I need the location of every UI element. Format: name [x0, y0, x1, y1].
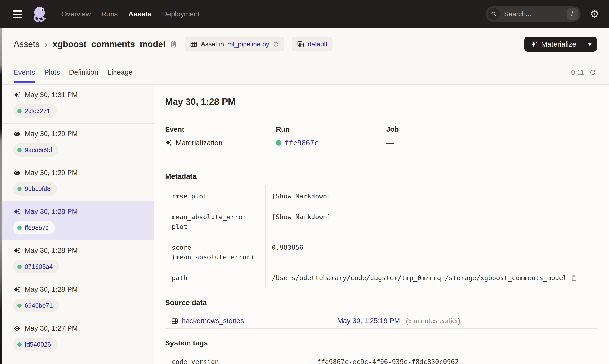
event-list-item[interactable]: May 30, 1:27 PM fd540026 [0, 318, 154, 357]
run-id-link[interactable]: 6940be71 [25, 302, 53, 309]
materialization-icon [165, 139, 172, 146]
run-badge[interactable]: 2cfc3271 [13, 104, 57, 118]
asset-in-label: Asset in [201, 41, 224, 48]
table-row: path /Users/odetteharary/code/dagster/tm… [165, 268, 597, 288]
run-badge[interactable]: fd540026 [13, 338, 57, 351]
search-icon [488, 8, 500, 20]
metadata-key: score (mean_absolute_error) [165, 237, 265, 268]
metadata-key-line1: score [172, 243, 259, 253]
event-list-sidebar: May 30, 1:31 PM 2cfc3271 May 30, 1:29 PM [0, 85, 154, 364]
metadata-key: path [165, 268, 265, 288]
system-tags-table: code_version ffe9867c-ec9c-4f06-939c-f8d… [165, 353, 597, 364]
breadcrumb-assets-link[interactable]: Assets [14, 39, 40, 49]
source-materialization-time-link[interactable]: May 30, 1:25:19 PM [337, 317, 400, 325]
dagster-logo[interactable] [32, 5, 50, 23]
table-row: rmse plot [Show Markdown] [165, 186, 597, 207]
search-shortcut-key: / [567, 8, 578, 20]
metadata-value: 0.983856 [265, 237, 584, 268]
show-markdown-link[interactable]: Show Markdown [276, 213, 327, 221]
materialize-button[interactable]: Materialize [524, 37, 583, 52]
system-tag-key: code_version [165, 353, 311, 364]
page-title: xgboost_comments_model [53, 39, 165, 49]
divider [165, 119, 597, 119]
run-id-link[interactable]: 2cfc3271 [25, 107, 50, 115]
run-badge[interactable]: 9aca6c9d [13, 143, 58, 157]
run-status-dot [276, 140, 281, 145]
event-list-item[interactable]: May 30, 1:31 PM 2cfc3271 [0, 85, 154, 124]
run-status-dot [17, 148, 22, 152]
copy-asset-name-icon[interactable] [170, 40, 178, 48]
window-edge-strip [0, 28, 2, 364]
nav-overview[interactable]: Overview [61, 10, 91, 18]
breadcrumb-row: Assets › xgboost_comments_model Asset in… [0, 28, 609, 60]
event-column-label: Event [165, 125, 276, 133]
source-asset-link[interactable]: hackernews_stories [182, 317, 244, 325]
show-markdown-link[interactable]: Show Markdown [276, 192, 327, 200]
primary-nav: Overview Runs Assets Deployment [61, 10, 199, 18]
event-list-item[interactable]: May 30, 1:29 PM 9ebc9fd8 [0, 162, 154, 201]
tab-definition[interactable]: Definition [69, 60, 98, 84]
copy-path-icon[interactable] [571, 274, 578, 281]
run-id-link[interactable]: ffe9867c [25, 224, 49, 232]
tab-lineage[interactable]: Lineage [108, 60, 132, 84]
repo-badge[interactable]: default [292, 37, 332, 52]
run-status-dot [17, 109, 22, 113]
event-timestamp: May 30, 1:29 PM [25, 169, 78, 177]
event-list-item[interactable]: May 30, 1:29 PM 9aca6c9d [0, 124, 154, 162]
tab-plots[interactable]: Plots [44, 60, 60, 84]
nav-runs[interactable]: Runs [101, 10, 118, 18]
run-badge[interactable]: 6940be71 [13, 299, 59, 312]
event-timestamp: May 30, 1:27 PM [25, 324, 78, 332]
refresh-icon[interactable] [589, 69, 596, 76]
hamburger-menu-icon[interactable] [13, 10, 23, 18]
refresh-countdown: 0:11 [571, 68, 584, 76]
asset-tabs-row: Events Plots Definition Lineage 0:11 [0, 60, 609, 85]
search-input[interactable] [504, 10, 555, 18]
run-badge[interactable]: 9ebc9fd8 [13, 182, 57, 195]
materialization-icon [13, 286, 21, 293]
pipeline-file-link[interactable]: ml_pipeline.py [228, 41, 269, 48]
metadata-heading: Metadata [165, 172, 597, 181]
event-list-item[interactable]: May 30, 1:28 PM 6940be71 [0, 279, 154, 318]
materialize-split-button: Materialize ▾ [524, 37, 597, 52]
metadata-key-line2: (mean_absolute_error) [172, 252, 259, 262]
run-badge[interactable]: 071605a4 [13, 260, 59, 273]
global-search[interactable]: / [486, 6, 581, 22]
event-list-item-selected[interactable]: May 30, 1:28 PM ffe9867c [0, 201, 154, 240]
reload-icon[interactable] [273, 41, 279, 48]
run-id-link[interactable]: 071605a4 [25, 263, 53, 271]
nav-assets[interactable]: Assets [128, 10, 152, 18]
run-id-link[interactable]: fd540026 [25, 341, 51, 348]
event-detail-title: May 30, 1:28 PM [165, 97, 597, 107]
system-tag-value: ffe9867c-ec9c-4f06-939c-f8dc830c0962 [311, 353, 597, 364]
run-id-link[interactable]: 9ebc9fd8 [25, 185, 51, 193]
materialize-dropdown-button[interactable]: ▾ [583, 37, 597, 52]
run-id-link[interactable]: 9aca6c9d [25, 146, 52, 154]
job-empty-value: — [386, 139, 394, 147]
event-list-item[interactable]: May 30, 1:28 PM 071605a4 [0, 240, 154, 279]
event-timestamp: May 30, 1:29 PM [25, 130, 78, 138]
storage-path-link[interactable]: /Users/odetteharary/code/dagster/tmp_0mz… [272, 273, 567, 283]
observation-eye-icon [13, 325, 21, 332]
observation-eye-icon [13, 169, 21, 177]
repo-default-link[interactable]: default [308, 41, 327, 48]
table-row: mean_absolute_error plot [Show Markdown] [165, 207, 597, 237]
tab-events[interactable]: Events [14, 60, 35, 84]
layered-grid-icon [297, 41, 304, 48]
materialize-label: Materialize [541, 40, 576, 48]
run-status-dot [17, 265, 22, 269]
bracket: [ [272, 192, 276, 200]
table-row: code_version ffe9867c-ec9c-4f06-939c-f8d… [165, 353, 597, 364]
table-grid-icon [190, 41, 197, 48]
gear-icon[interactable]: ⚙ [590, 9, 599, 19]
event-detail-panel: May 30, 1:28 PM Event Materialization [154, 85, 609, 364]
observation-eye-icon [13, 130, 21, 138]
run-id-link[interactable]: ffe9867c [285, 139, 318, 147]
asset-definition-badge[interactable]: Asset in ml_pipeline.py [185, 37, 284, 52]
run-status-dot [17, 304, 22, 308]
source-data-heading: Source data [165, 299, 597, 307]
source-time-note: (3 minutes earlier) [406, 317, 461, 325]
run-badge[interactable]: ffe9867c [13, 221, 55, 234]
nav-deployment[interactable]: Deployment [162, 10, 200, 18]
event-timestamp: May 30, 1:28 PM [25, 286, 78, 293]
